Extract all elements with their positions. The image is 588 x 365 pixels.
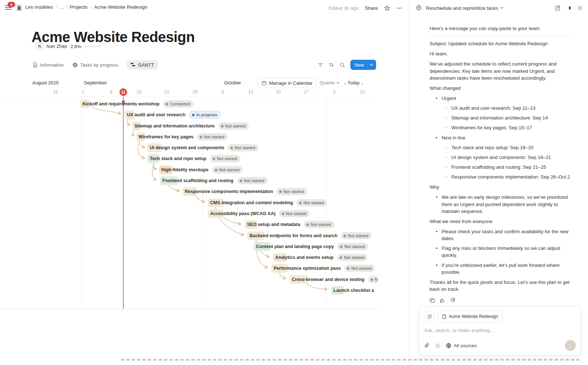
breadcrumb-item-templates[interactable]: Les modèles — [25, 4, 53, 10]
status-badge: Not started — [297, 199, 327, 206]
task-row[interactable]: Tech stack and repo setup Not started — [148, 153, 240, 164]
task-row[interactable]: SEO setup and metadata Not started — [245, 219, 335, 230]
date-tick: 8 — [110, 89, 112, 95]
task-row[interactable]: Accessibility pass (WCAG AA) Not started — [208, 208, 310, 219]
thread-title-dropdown[interactable]: Reschedule and reprioritize tasks — [426, 5, 503, 11]
task-label: UX audit and user research — [125, 112, 186, 117]
context-row: @ Acme Website Redesign — [424, 311, 576, 322]
task-row[interactable]: UX audit and user research In progress — [125, 109, 221, 120]
task-row[interactable]: Sitemap and information architecture Not… — [132, 121, 249, 131]
date-tick: 3 — [333, 89, 336, 95]
new-thread-icon[interactable] — [555, 5, 561, 11]
filter-icon[interactable] — [318, 63, 323, 67]
share-button[interactable]: Share — [365, 5, 378, 11]
date-tick: 1 — [82, 89, 85, 95]
progress-percent: 2.8% — [71, 44, 81, 49]
ai-model-icon[interactable] — [435, 343, 440, 348]
today-button[interactable]: Today — [348, 80, 359, 85]
task-label: UI design system and components — [148, 145, 224, 150]
more-options-icon[interactable] — [396, 5, 402, 11]
bullet-item: Next in line — [430, 134, 574, 141]
next-period-button[interactable]: › — [359, 80, 364, 86]
date-tick: 6 — [222, 89, 224, 95]
manage-in-calendar-button[interactable]: Manage in Calendar — [258, 78, 316, 88]
task-label: Backend endpoints for forms and search — [247, 233, 337, 238]
status-dot — [230, 147, 233, 149]
progress-bar — [84, 46, 101, 47]
tab-tasks-by-progress[interactable]: Tasks by progress — [72, 62, 118, 68]
task-row[interactable]: Responsive components implementation Not… — [183, 186, 307, 197]
breadcrumb-item-projects[interactable]: Projects — [70, 4, 88, 10]
task-row[interactable]: Cross-browser and device testing Not sta… — [290, 274, 378, 285]
mention-button[interactable]: @ — [424, 311, 435, 322]
status-dot — [344, 235, 346, 237]
chat-input-card: @ Acme Website Redesign Ask, search, or … — [419, 306, 581, 356]
status-badge: In progress — [189, 111, 221, 119]
task-row[interactable]: Launch checklist a Not started — [331, 285, 378, 296]
response-actions — [430, 298, 574, 303]
thumbs-down-icon[interactable] — [450, 298, 455, 303]
task-row[interactable]: Backend endpoints for forms and search N… — [247, 230, 371, 241]
page-icon[interactable] — [15, 4, 23, 12]
notion-logo-icon: N — [36, 43, 43, 50]
task-row[interactable]: Frontend scaffolding and routing Not sta… — [160, 175, 268, 186]
date-tick: 27 — [304, 89, 308, 95]
status-badge: Not started — [228, 144, 258, 151]
collapse-panel-icon[interactable] — [577, 6, 583, 11]
all-sources-label: All sources — [454, 343, 477, 348]
zoom-level-select[interactable]: Quarter — [320, 78, 340, 88]
status-dot — [306, 223, 309, 226]
new-button[interactable]: New — [350, 60, 376, 70]
task-row[interactable]: High-fidelity mockups Not started — [159, 164, 243, 175]
search-icon[interactable] — [340, 62, 345, 68]
task-label: Performance optimization pass — [272, 266, 341, 271]
sub-bullet-item: UX audit and user research: Sep 11–13 — [430, 105, 574, 112]
task-row[interactable]: Wireframes for key pages Not started — [136, 131, 227, 142]
response-intro: Here’s a message you can copy-paste to y… — [430, 25, 574, 32]
bullet-item: Urgent — [430, 95, 574, 102]
status-dot — [221, 125, 223, 127]
month-label: August 2025 — [32, 80, 59, 85]
prev-period-button[interactable]: ‹ — [343, 80, 348, 86]
status-dot — [299, 202, 302, 204]
task-label: Launch checklist a — [331, 288, 374, 293]
date-tick: 22 — [164, 89, 169, 95]
all-sources-selector[interactable]: All sources — [446, 343, 477, 348]
manage-in-calendar-label: Manage in Calendar — [269, 80, 312, 86]
breadcrumb-item-ellipsis[interactable]: ... — [59, 4, 63, 10]
sub-bullet-item: UI design system and components: Sep 18–… — [430, 154, 574, 161]
gantt-chart: Kickoff and requirements workshop Comple… — [0, 96, 378, 309]
task-row[interactable]: UI design system and components Not star… — [148, 142, 259, 153]
chevron-down-icon — [500, 7, 503, 9]
sort-icon[interactable] — [329, 62, 334, 67]
view-controls: New — [318, 59, 376, 71]
calendar-icon — [262, 81, 267, 85]
top-bar: 6 Les modèles / ... / Projects / Acme We… — [0, 0, 409, 16]
task-row[interactable]: Performance optimization pass Not starte… — [272, 263, 375, 274]
toggle-panel-icon[interactable] — [566, 5, 572, 11]
context-chip[interactable]: Acme Website Redesign — [438, 311, 503, 322]
ai-assistant-panel: Reschedule and reprioritize tasks Here’s… — [409, 0, 588, 365]
section-heading: What we need from everyone — [430, 218, 574, 225]
sub-bullet-item: Frontend scaffolding and routing: Sep 21… — [430, 164, 574, 171]
task-row[interactable]: Content plan and landing page copy Not s… — [254, 241, 368, 252]
attach-icon[interactable] — [424, 343, 430, 348]
star-icon[interactable] — [384, 5, 390, 11]
tab-gantt[interactable]: GANTT — [127, 60, 158, 70]
copy-icon[interactable] — [430, 298, 435, 303]
task-row[interactable]: CMS integration and content modeling Not… — [208, 197, 327, 208]
breadcrumb-item-current[interactable]: Acme Website Redesign — [94, 4, 148, 10]
status-badge: Not started — [337, 243, 368, 250]
tab-information[interactable]: Information — [33, 62, 64, 68]
task-row[interactable]: Analytics and events setup Not started — [273, 252, 367, 263]
tab-label: Information — [40, 62, 64, 68]
status-dot — [166, 103, 168, 105]
thumbs-up-icon[interactable] — [440, 298, 445, 303]
email-paragraph: We’ve adjusted the schedule to reflect c… — [430, 60, 574, 81]
chat-input[interactable]: Ask, search, or make anything... — [424, 328, 576, 333]
owner-mention[interactable]: Ivan Zhao — [46, 43, 67, 49]
task-label: Responsive components implementation — [183, 189, 273, 194]
month-label: September — [84, 80, 107, 85]
send-button[interactable]: ↑ — [565, 340, 576, 351]
task-row[interactable]: Kickoff and requirements workshop Comple… — [80, 98, 193, 109]
